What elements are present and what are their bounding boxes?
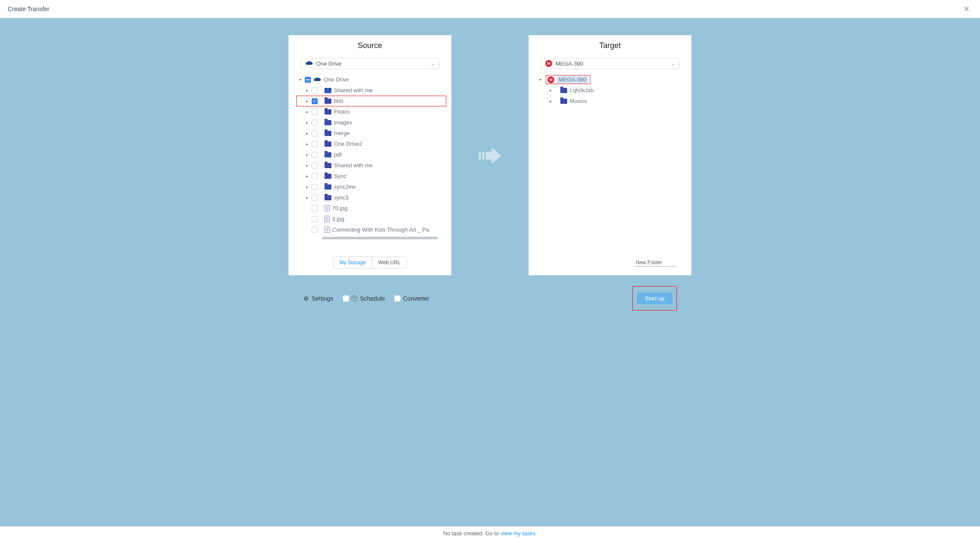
view-tasks-link[interactable]: view my tasks. [501,530,537,537]
svg-rect-1 [482,152,484,160]
disclose-icon[interactable]: ▸ [305,120,309,125]
source-tabs: My Storage Web URL [289,251,451,275]
checkbox[interactable] [312,141,318,147]
tree-item-label: Shared with me [334,162,373,169]
disclose-icon[interactable]: ▸ [548,99,553,103]
tree-file[interactable]: ▸70.jpg [296,203,446,214]
file-icon [325,226,330,233]
checkbox[interactable] [312,152,318,158]
tab-web-url[interactable]: Web URL [372,257,406,268]
folder-icon [560,88,567,93]
tree-folder[interactable]: ▸sync3 [296,192,446,203]
tree-file[interactable]: ▸Connecting With Kids Through Art _ Pa [296,224,446,235]
tree-item-label: bbb [334,98,343,104]
tree-folder[interactable]: ▸bbb [296,96,446,106]
file-icon [325,216,330,222]
tree-folder[interactable]: ▸merge [296,128,446,139]
checkbox[interactable] [343,296,349,302]
target-panel: Target M MEGA-390 ⌄ ▾ M MEGA-390 ▸Lqh0kJ… [529,35,691,275]
target-cloud-label: MEGA-390 [556,60,583,67]
file-icon [325,205,330,211]
actions-row: ⚙ Settings Schedule Converter Start up [304,287,676,310]
tree-folder[interactable]: ▸Musics [536,96,686,106]
footer: No task created. Go to view my tasks. [0,526,980,540]
tree-folder[interactable]: ▸Sync [296,171,446,181]
tree-folder[interactable]: ▸sync2ew [296,181,446,192]
source-cloud-label: One Drive [316,60,342,67]
disclose-icon[interactable]: ▸ [548,88,553,93]
footer-text: No task created. Go to [443,530,499,537]
folder-icon [325,163,331,168]
tree-file[interactable]: ▸8.jpg [296,214,446,224]
checkbox[interactable] [312,227,318,233]
chevron-down-icon: ⌄ [671,61,675,66]
checkbox[interactable] [312,216,318,222]
disclose-icon[interactable]: ▸ [305,109,309,114]
checkbox[interactable] [312,130,318,136]
target-tree[interactable]: ▾ M MEGA-390 ▸Lqh0kJxb▸Musics [529,72,691,254]
disclose-icon[interactable]: ▸ [305,163,309,168]
settings-button[interactable]: ⚙ Settings [304,295,334,302]
new-folder-button[interactable]: New Folder [634,259,677,267]
disclose-icon[interactable]: ▸ [305,142,309,146]
tree-root-label: MEGA-390 [557,76,588,83]
folder-icon [325,152,331,157]
target-title: Target [529,35,691,54]
tree-folder[interactable]: ▸pdf [296,149,446,160]
target-cloud-select[interactable]: M MEGA-390 ⌄ [541,58,679,69]
checkbox[interactable] [394,296,400,302]
checkbox[interactable] [312,195,318,201]
start-button[interactable]: Start up [637,293,672,304]
disclose-icon[interactable]: ▾ [538,77,542,82]
folder-icon [325,109,331,115]
tree-root[interactable]: ▾ M MEGA-390 [536,74,686,85]
checkbox[interactable] [312,98,318,104]
folder-icon [325,120,331,125]
checkbox[interactable] [312,173,318,179]
tree-item-label: Shared with me [334,87,373,94]
tree-item-label: Lqh0kJxb [570,87,594,94]
source-title: Source [289,35,451,54]
tree-root[interactable]: ▾ One Drive [296,74,446,85]
onedrive-icon [305,61,313,66]
tree-item-label: sync2ew [334,184,356,190]
tree-folder[interactable]: ▸Shared with me [296,85,446,96]
disclose-icon[interactable]: ▸ [305,195,309,200]
startup-highlight: Start up [633,287,676,310]
disclose-icon[interactable]: ▸ [305,152,309,157]
converter-toggle[interactable]: Converter [394,295,429,302]
disclose-icon[interactable]: ▸ [305,174,309,178]
source-tree[interactable]: ▾ One Drive ▸Shared with me▸bbb▸Flickrx▸… [289,72,451,251]
checkbox[interactable] [312,120,318,126]
tree-folder[interactable]: ▸Lqh0kJxb [536,85,686,96]
disclose-icon[interactable]: ▸ [305,99,309,103]
tree-item-label: Musics [570,98,587,104]
tree-folder[interactable]: ▸Flickrx [296,106,446,117]
tab-my-storage[interactable]: My Storage [334,257,372,268]
folder-icon [325,142,331,147]
disclose-icon[interactable]: ▾ [298,77,302,82]
tree-folder[interactable]: ▸Shared with me [296,160,446,171]
folder-icon [560,99,567,104]
source-cloud-select[interactable]: One Drive ⌄ [301,58,439,69]
disclose-icon[interactable]: ▸ [305,131,309,136]
schedule-toggle[interactable]: Schedule [343,295,385,302]
checkbox[interactable] [312,87,318,94]
disclose-icon[interactable]: ▸ [305,184,309,189]
checkbox[interactable] [312,205,318,211]
checkbox[interactable] [312,163,318,169]
checkbox[interactable] [305,77,311,83]
close-icon[interactable]: ✕ [961,3,972,15]
tree-item-label: pdf [334,151,342,158]
source-panel: Source One Drive ⌄ ▾ One Drive [289,35,451,275]
tree-item-label: Flickrx [334,109,350,115]
header: Create Transfer ✕ [0,0,980,18]
folder-icon [325,174,331,179]
checkbox[interactable] [312,184,318,190]
tree-folder[interactable]: ▸One Drive2 [296,139,446,149]
checkbox[interactable] [312,109,318,115]
tree-item-label: merge [334,130,350,136]
disclose-icon[interactable]: ▸ [305,88,309,93]
tree-folder[interactable]: ▸images [296,117,446,128]
horizontal-scrollbar[interactable] [322,237,438,239]
